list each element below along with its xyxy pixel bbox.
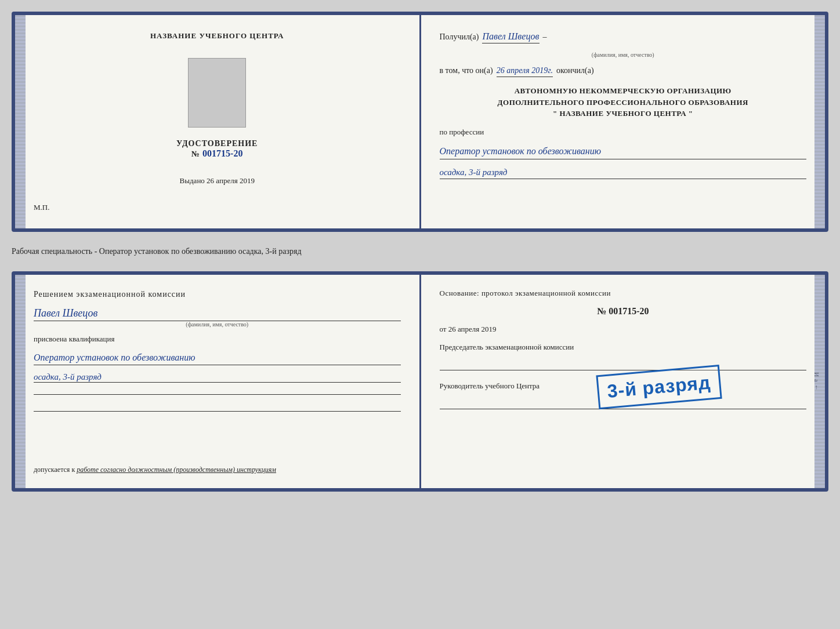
org-block: АВТОНОМНУЮ НЕКОММЕРЧЕСКУЮ ОРГАНИЗАЦИЮ ДО…	[440, 85, 807, 119]
in-that-prefix: в том, что он(а)	[440, 66, 493, 75]
certificate-document-2: Решением экзаменационной комиссии Павел …	[12, 271, 828, 492]
cert-type-label: УДОСТОВЕРЕНИЕ	[176, 139, 258, 148]
letter-k: ←	[813, 384, 820, 391]
side-letters: И а ←	[813, 372, 820, 391]
profession-label: по профессии	[440, 128, 807, 137]
blank-line-2	[34, 411, 401, 412]
basis-num-prefix: №	[597, 306, 606, 316]
received-prefix: Получил(а)	[440, 32, 479, 42]
issued-date: 26 апреля 2019	[207, 176, 255, 185]
basis-title: Основание: протокол экзаменационной коми…	[440, 289, 807, 298]
received-line: Получил(а) Павел Швецов –	[440, 31, 807, 43]
assigned-label: присвоена квалификация	[34, 335, 401, 344]
qual-rank: осадка, 3-й разряд	[34, 372, 401, 383]
blank-line-1	[34, 394, 401, 395]
org-line3: " НАЗВАНИЕ УЧЕБНОГО ЦЕНТРА "	[440, 108, 807, 119]
allows-prefix: допускается к	[34, 466, 75, 474]
chairman-signature-line	[440, 370, 807, 370]
finished-label: окончил(а)	[556, 66, 594, 75]
head-signature-line	[440, 409, 807, 409]
cert-right-panel: Получил(а) Павел Швецов – (фамилия, имя,…	[421, 15, 825, 228]
decision-title: Решением экзаменационной комиссии	[34, 289, 401, 300]
training-center-title: НАЗВАНИЕ УЧЕБНОГО ЦЕНТРА	[150, 31, 284, 41]
fio-label: (фамилия, имя, отчество)	[440, 52, 807, 58]
cert-left-panel: НАЗВАНИЕ УЧЕБНОГО ЦЕНТРА УДОСТОВЕРЕНИЕ №…	[15, 15, 421, 228]
letter-a: а	[813, 379, 820, 382]
cert-issued-line: Выдано 26 апреля 2019	[180, 176, 255, 186]
in-that-date: 26 апреля 2019г.	[497, 66, 553, 77]
person-name-block: Павел Швецов (фамилия, имя, отчество)	[34, 307, 401, 328]
dash: –	[543, 32, 547, 42]
received-name: Павел Швецов	[482, 31, 539, 43]
org-line2: ДОПОЛНИТЕЛЬНОГО ПРОФЕССИОНАЛЬНОГО ОБРАЗО…	[440, 97, 807, 108]
cert-number-value: 001715-20	[202, 148, 242, 158]
stamp: 3-й разряд	[596, 365, 722, 409]
letter-i: И	[813, 372, 820, 377]
basis-num-value: 001715-20	[609, 306, 649, 316]
basis-num: № 001715-20	[440, 306, 807, 317]
in-that-line: в том, что он(а) 26 апреля 2019г. окончи…	[440, 66, 807, 77]
allows-value: работе согласно должностным (производств…	[77, 466, 276, 474]
certificate-document-1: НАЗВАНИЕ УЧЕБНОГО ЦЕНТРА УДОСТОВЕРЕНИЕ №…	[12, 12, 828, 232]
qual-left-panel: Решением экзаменационной комиссии Павел …	[15, 275, 421, 488]
cert-number-block: УДОСТОВЕРЕНИЕ № 001715-20	[176, 139, 258, 159]
separator-text: Рабочая специальность - Оператор установ…	[12, 242, 828, 261]
org-line1: АВТОНОМНУЮ НЕКОММЕРЧЕСКУЮ ОРГАНИЗАЦИЮ	[440, 85, 807, 97]
name-sub: (фамилия, имя, отчество)	[34, 321, 401, 328]
cert-number-prefix: №	[191, 150, 200, 158]
profession-value2: осадка, 3-й разряд	[440, 168, 807, 179]
photo-placeholder	[188, 58, 246, 128]
basis-date-prefix: от	[440, 325, 447, 333]
qual-profession: Оператор установок по обезвоживанию	[34, 351, 401, 365]
basis-date: от 26 апреля 2019	[440, 325, 807, 334]
profession-value: Оператор установок по обезвоживанию	[440, 145, 807, 159]
allows-label: допускается к работе согласно должностны…	[34, 466, 401, 474]
issued-prefix: Выдано	[180, 176, 205, 185]
basis-date-value: 26 апреля 2019	[448, 325, 497, 333]
mp-label: М.П.	[34, 203, 49, 212]
page-container: НАЗВАНИЕ УЧЕБНОГО ЦЕНТРА УДОСТОВЕРЕНИЕ №…	[12, 12, 828, 492]
chairman-label: Председатель экзаменационной комиссии	[440, 342, 807, 352]
qual-right-panel: Основание: протокол экзаменационной коми…	[421, 275, 825, 488]
person-name: Павел Швецов	[34, 307, 401, 321]
